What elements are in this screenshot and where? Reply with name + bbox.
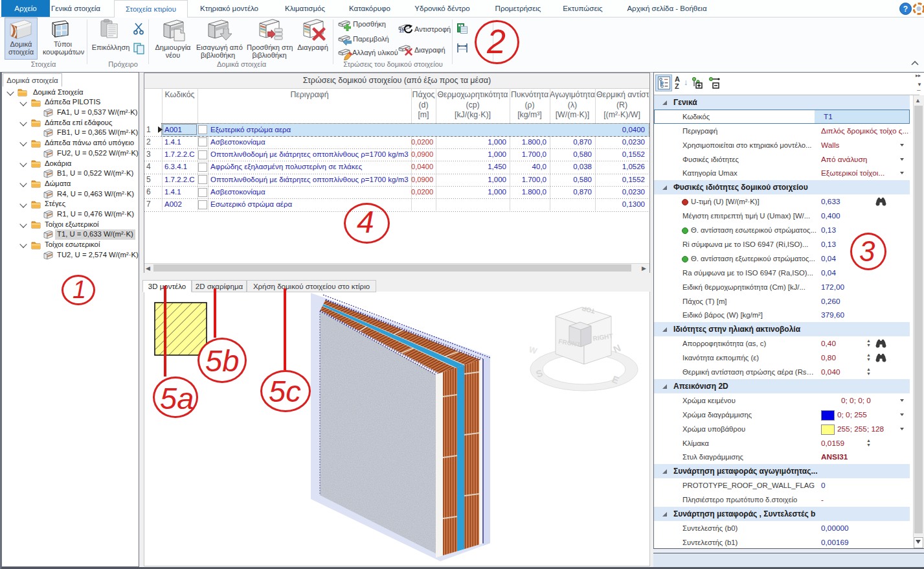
svg-text:?: ? <box>903 5 908 14</box>
svg-text:W: W <box>528 344 539 356</box>
